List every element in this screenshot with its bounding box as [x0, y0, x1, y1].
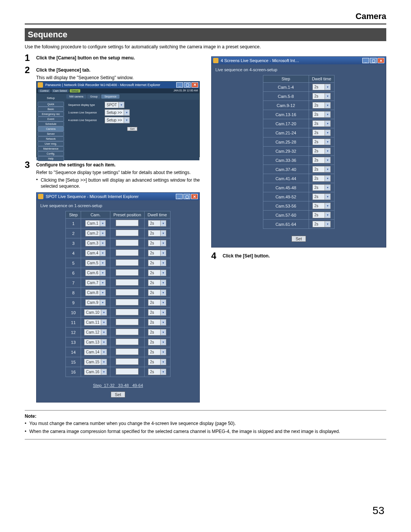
- select-input[interactable]: Cam.15▾: [84, 359, 107, 365]
- sidebar-item[interactable]: Quick: [38, 102, 64, 107]
- select-input[interactable]: 2s▾: [148, 339, 166, 345]
- preset-input[interactable]: [116, 240, 139, 246]
- chevron-down-icon[interactable]: ▾: [160, 339, 166, 345]
- select-input[interactable]: Cam.10▾: [84, 309, 107, 316]
- chevron-down-icon[interactable]: ▾: [325, 93, 330, 99]
- preset-input[interactable]: [116, 368, 139, 375]
- select-input[interactable]: 2s▾: [312, 120, 331, 127]
- chevron-down-icon[interactable]: ▾: [325, 130, 330, 136]
- select-input[interactable]: 2s▾: [312, 203, 331, 209]
- select-input[interactable]: 2s▾: [148, 230, 166, 236]
- preset-input[interactable]: [116, 329, 139, 335]
- preset-input[interactable]: [116, 220, 139, 226]
- tab[interactable]: Group: [87, 94, 100, 99]
- chevron-down-icon[interactable]: ▾: [325, 112, 330, 117]
- select-input[interactable]: 2s▾: [148, 309, 166, 316]
- chevron-down-icon[interactable]: ▾: [325, 185, 330, 190]
- select-input[interactable]: Cam.12▾: [84, 329, 107, 335]
- chevron-down-icon[interactable]: ▾: [101, 339, 107, 345]
- chevron-down-icon[interactable]: ▾: [160, 329, 166, 335]
- select-input[interactable]: 2s▾: [312, 129, 331, 136]
- select-input[interactable]: 2s▾: [148, 289, 166, 296]
- select-input[interactable]: 2s▾: [312, 193, 331, 200]
- sidebar-item[interactable]: Schedule: [38, 121, 64, 126]
- select-input[interactable]: Setup >>▾: [105, 117, 130, 123]
- chevron-down-icon[interactable]: ▾: [101, 369, 107, 375]
- minimize-icon[interactable]: _: [176, 194, 183, 199]
- chevron-down-icon[interactable]: ▾: [160, 260, 166, 266]
- chevron-down-icon[interactable]: ▾: [100, 250, 105, 256]
- chevron-down-icon[interactable]: ▾: [124, 117, 129, 123]
- chevron-down-icon[interactable]: ▾: [325, 84, 330, 90]
- tab[interactable]: Sequence: [101, 94, 119, 99]
- maximize-icon[interactable]: ▢: [370, 58, 377, 63]
- chevron-down-icon[interactable]: ▾: [325, 148, 330, 154]
- select-input[interactable]: 2s▾: [148, 299, 166, 306]
- select-input[interactable]: 2s▾: [312, 148, 331, 154]
- chevron-down-icon[interactable]: ▾: [160, 280, 166, 286]
- preset-input[interactable]: [116, 259, 139, 266]
- tab[interactable]: NW camera: [66, 94, 86, 99]
- select-input[interactable]: Cam.8▾: [85, 289, 106, 296]
- preset-input[interactable]: [116, 289, 139, 296]
- close-icon[interactable]: ✕: [378, 58, 384, 63]
- set-button[interactable]: Set: [127, 127, 137, 131]
- select-input[interactable]: Cam.16▾: [84, 369, 107, 375]
- select-input[interactable]: 2s▾: [312, 84, 331, 90]
- select-input[interactable]: Cam.14▾: [84, 349, 107, 355]
- chevron-down-icon[interactable]: ▾: [100, 260, 105, 266]
- preset-input[interactable]: [116, 279, 139, 286]
- chevron-down-icon[interactable]: ▾: [325, 194, 330, 200]
- select-input[interactable]: Cam.6▾: [85, 270, 106, 276]
- select-input[interactable]: 2s▾: [312, 157, 331, 163]
- chevron-down-icon[interactable]: ▾: [101, 329, 107, 335]
- select-input[interactable]: 2s▾: [148, 359, 166, 365]
- chevron-down-icon[interactable]: ▾: [100, 290, 105, 296]
- preset-input[interactable]: [116, 339, 139, 345]
- chevron-down-icon[interactable]: ▾: [160, 270, 166, 276]
- select-input[interactable]: 2s▾: [148, 220, 166, 227]
- select-input[interactable]: 2s▾: [312, 212, 331, 218]
- select-input[interactable]: 2s▾: [312, 221, 331, 227]
- chevron-down-icon[interactable]: ▾: [160, 310, 166, 315]
- sidebar-item[interactable]: Event: [38, 117, 64, 121]
- select-input[interactable]: 2s▾: [312, 166, 331, 173]
- select-input[interactable]: 2s▾: [312, 175, 331, 182]
- select-input[interactable]: 2s▾: [148, 240, 166, 246]
- close-icon[interactable]: ✕: [191, 194, 198, 199]
- top-tab[interactable]: Setup: [70, 89, 80, 93]
- select-input[interactable]: 2s▾: [148, 319, 166, 326]
- select-input[interactable]: 2s▾: [148, 280, 166, 286]
- chevron-down-icon[interactable]: ▾: [100, 270, 105, 276]
- select-input[interactable]: 2s▾: [148, 270, 166, 276]
- close-icon[interactable]: ✕: [191, 82, 198, 88]
- select-input[interactable]: Setup >>▾: [105, 109, 130, 116]
- select-input[interactable]: 2s▾: [148, 250, 166, 256]
- preset-input[interactable]: [116, 348, 139, 355]
- chevron-down-icon[interactable]: ▾: [325, 212, 330, 218]
- sidebar-item[interactable]: Config.: [38, 151, 64, 156]
- select-input[interactable]: Cam.9▾: [85, 299, 106, 306]
- chevron-down-icon[interactable]: ▾: [160, 290, 166, 296]
- sidebar-item[interactable]: Maintenance: [38, 146, 64, 151]
- chevron-down-icon[interactable]: ▾: [101, 310, 107, 315]
- chevron-down-icon[interactable]: ▾: [101, 349, 107, 355]
- select-input[interactable]: Cam.2▾: [85, 230, 106, 236]
- chevron-down-icon[interactable]: ▾: [160, 300, 166, 305]
- chevron-down-icon[interactable]: ▾: [325, 221, 330, 227]
- preset-input[interactable]: [116, 230, 139, 236]
- chevron-down-icon[interactable]: ▾: [325, 166, 330, 172]
- select-input[interactable]: Cam.3▾: [85, 240, 106, 246]
- minimize-icon[interactable]: _: [362, 58, 369, 63]
- preset-input[interactable]: [116, 249, 139, 256]
- chevron-down-icon[interactable]: ▾: [160, 349, 166, 355]
- select-input[interactable]: SPOT▾: [105, 102, 124, 108]
- select-input[interactable]: 2s▾: [148, 349, 166, 355]
- preset-input[interactable]: [116, 358, 139, 365]
- chevron-down-icon[interactable]: ▾: [160, 250, 166, 256]
- select-input[interactable]: 2s▾: [312, 139, 331, 145]
- set-button[interactable]: Set: [111, 391, 126, 398]
- select-input[interactable]: Cam.13▾: [84, 339, 107, 345]
- sidebar-item[interactable]: Basic: [38, 107, 64, 112]
- chevron-down-icon[interactable]: ▾: [325, 157, 330, 163]
